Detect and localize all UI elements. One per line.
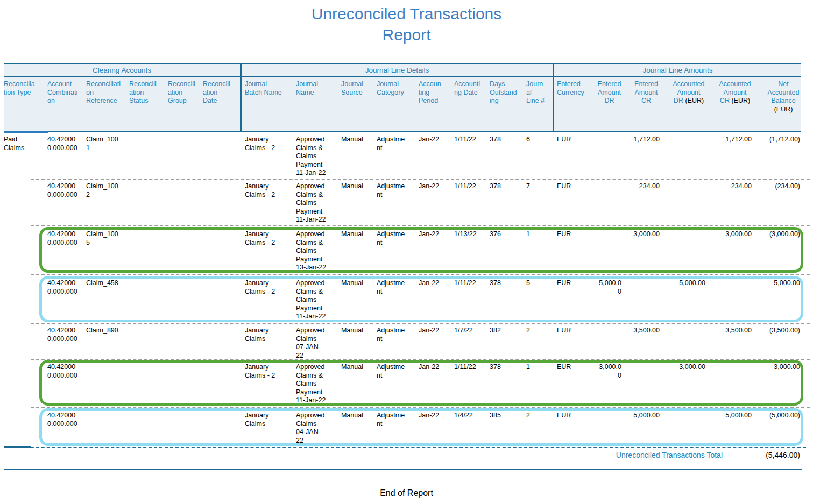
row-separator [31, 225, 810, 226]
row-cell: 3,500.00 [623, 324, 660, 358]
table-header: Clearing Accounts Journal Line Details J… [4, 63, 801, 132]
row-cell [39, 360, 47, 405]
row-cell: 1,712.00 [706, 133, 752, 178]
row-cell [589, 133, 623, 178]
row-cell [168, 228, 203, 272]
column-header-label: Journal Line # [526, 80, 545, 104]
row-cell: January Claims - 2 [242, 180, 293, 224]
row-cell [129, 133, 168, 178]
row-cell: EUR [554, 409, 589, 445]
highlight-box-green: 40.420000.000.000January Claims - 2Appro… [39, 360, 803, 406]
row-cell [203, 360, 240, 405]
row-cell: 378 [484, 360, 521, 405]
column-header-label: Journal Source [341, 80, 363, 96]
row-cell: Adjustment [371, 228, 413, 272]
row-cell: 382 [484, 324, 521, 358]
row-cell: 5,000.00 [752, 276, 801, 321]
row-cell: (5,000.00) [752, 409, 801, 445]
row-cell: EUR [554, 360, 589, 405]
row-cell: 234.00 [706, 180, 752, 224]
column-header: Reconciliation Date [203, 77, 240, 131]
row-cell: EUR [554, 180, 589, 224]
row-cell [589, 409, 623, 445]
row-cell [623, 276, 660, 321]
row-cell: 40.420000.000.000 [47, 360, 86, 405]
row-cell: 378 [484, 180, 521, 224]
row-cell: 6 [521, 133, 553, 178]
row-cell: Approved Claims & Claims Payment 11-Jan-… [293, 180, 338, 224]
row-cell: Adjustment [371, 409, 413, 445]
column-header: Days Outstanding [484, 77, 521, 131]
row-cell: 1/13/22 [449, 228, 484, 272]
highlight-box-green: 40.420000.000.000Claim_1005January Claim… [39, 227, 803, 273]
column-header-label: Entered Amount CR [634, 80, 658, 104]
row-cell [660, 180, 706, 224]
row-cell: EUR [554, 228, 589, 272]
first-column-underline [4, 131, 48, 133]
row-cell: 40.420000.000.000 [47, 228, 86, 272]
table-row: 40.420000.000.000Claim_1002January Claim… [4, 180, 801, 225]
report-page: Unreconciled Transactions Report Clearin… [0, 0, 813, 504]
row-cell: 1/11/22 [449, 276, 484, 321]
group-header-journal-line-amounts: Journal Line Amounts [554, 64, 801, 76]
row-cell: Jan-22 [413, 360, 449, 405]
row-cell: Jan-22 [413, 180, 449, 224]
row-cell: Approved Claims 07-JAN-22 [293, 324, 338, 358]
row-cell: Claim_458 [86, 276, 129, 321]
report-bottom-rule [4, 469, 802, 470]
row-cell [623, 360, 660, 405]
column-header-label: Reconciliation Date [203, 80, 230, 104]
row-cell [39, 276, 47, 321]
row-cell: Adjustment [371, 133, 413, 178]
row-cell: Manual [338, 276, 371, 321]
row-cell [4, 180, 47, 224]
row-cell [129, 324, 168, 358]
row-separator [31, 274, 810, 275]
table-row: 40.420000.000.000Claim_890January Claims… [4, 324, 801, 358]
column-header: Account Combination [47, 77, 86, 131]
row-cell [589, 180, 623, 224]
table-bottom-dashed-line [4, 447, 806, 448]
row-cell [203, 180, 240, 224]
row-cell: Jan-22 [413, 409, 449, 445]
column-header-label: Journal Batch Name [245, 80, 282, 96]
row-cell: Approved Claims & Claims Payment 11-Jan-… [293, 133, 338, 178]
column-header: Journal Line # [521, 77, 553, 131]
row-cell [168, 409, 203, 445]
column-header: Accounting Period [413, 77, 449, 131]
row-cell: Adjustment [371, 324, 413, 358]
row-separator [31, 323, 810, 324]
row-cell: (3,000.00) [752, 228, 801, 272]
column-header-label: Journal Category [377, 80, 404, 96]
row-cell: January Claims - 2 [242, 276, 293, 321]
row-cell: 1,712.00 [623, 133, 660, 178]
row-cell [168, 276, 203, 321]
row-cell: Jan-22 [413, 276, 449, 321]
column-header-label: Days Outstanding [490, 80, 517, 104]
column-header: Reconciliation Status [129, 77, 168, 131]
row-cell: EUR [554, 324, 589, 358]
row-cell: 40.420000.000.000 [47, 276, 86, 321]
row-cell: 3,000.00 [660, 360, 706, 405]
column-header: Entered Currency [554, 77, 589, 131]
row-cell [39, 409, 47, 445]
row-cell: (234.00) [752, 180, 801, 224]
column-header: Reconciliation Type [4, 77, 47, 131]
column-header-currency-suffix: (EUR) [685, 97, 704, 104]
row-cell: Adjustment [371, 180, 413, 224]
row-cell: Adjustment [371, 360, 413, 405]
column-header: Accounted Amount DR (EUR) [660, 77, 706, 131]
row-cell [203, 228, 240, 272]
row-cell [660, 228, 706, 272]
row-cell [168, 360, 203, 405]
row-cell: 385 [484, 409, 521, 445]
row-cell: Claim_1005 [86, 228, 129, 272]
column-header-label: Net Accounted Balance [767, 80, 799, 104]
row-cell: 378 [484, 133, 521, 178]
row-cell [4, 324, 47, 358]
row-cell: January Claims [242, 409, 293, 445]
column-header: Journal Source [338, 77, 371, 131]
row-cell: (1,712.00) [752, 133, 801, 178]
page-title-line2: Report [0, 24, 813, 45]
column-group-row: Clearing Accounts Journal Line Details J… [4, 64, 801, 77]
